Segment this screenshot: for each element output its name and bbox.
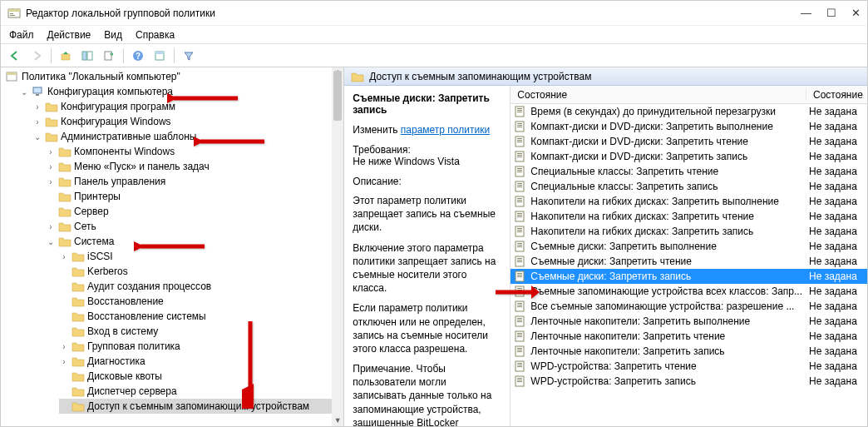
policy-row[interactable]: Накопители на гибких дисках: Запретить ч… — [510, 209, 867, 224]
expand-icon[interactable]: › — [59, 252, 69, 261]
policy-row[interactable]: Компакт-диски и DVD-диски: Запретить зап… — [510, 149, 867, 164]
policy-setting-icon — [514, 151, 527, 162]
policy-row[interactable]: Накопители на гибких дисках: Запретить з… — [510, 224, 867, 239]
edit-policy-link[interactable]: параметр политики — [401, 124, 490, 136]
svg-rect-18 — [517, 110, 522, 111]
policy-name: Накопители на гибких дисках: Запретить в… — [530, 196, 802, 207]
collapse-icon[interactable]: ⌄ — [46, 237, 56, 246]
policy-row[interactable]: WPD-устройства: Запретить чтениеНе задан… — [510, 359, 867, 374]
policy-name: Съемные диски: Запретить запись — [530, 271, 802, 282]
tree-removable-access[interactable]: Доступ к съемным запоминающим устройства… — [59, 399, 343, 414]
policy-row[interactable]: Специальные классы: Запретить чтениеНе з… — [510, 164, 867, 179]
scrollbar-thumb[interactable] — [333, 71, 342, 121]
export-button[interactable] — [100, 47, 118, 65]
menubar: Файл Действие Вид Справка — [1, 26, 867, 44]
tree-group-policy[interactable]: ›Групповая политика — [59, 339, 343, 354]
collapse-icon[interactable]: ⌄ — [19, 87, 29, 97]
policy-row[interactable]: Все съемные запоминающие устройства: раз… — [510, 299, 867, 314]
svg-rect-2 — [10, 13, 13, 14]
tree-sys-restore[interactable]: Восстановление системы — [59, 309, 343, 324]
folder-icon — [58, 176, 72, 187]
menu-file[interactable]: Файл — [9, 29, 34, 41]
policy-row[interactable]: Компакт-диски и DVD-диски: Запретить чте… — [510, 134, 867, 149]
policy-name: Съемные запоминающие устройства всех кла… — [530, 285, 802, 297]
filter-button[interactable] — [180, 47, 198, 65]
svg-rect-31 — [517, 156, 522, 157]
expand-icon[interactable]: › — [46, 162, 56, 171]
expand-icon[interactable]: › — [32, 102, 42, 112]
tree-iscsi[interactable]: ›iSCSI — [59, 249, 343, 264]
policy-state: Не задана — [806, 106, 867, 117]
policy-row[interactable]: Съемные запоминающие устройства всех кла… — [510, 284, 867, 299]
tree-logon[interactable]: Вход в систему — [59, 324, 343, 339]
menu-action[interactable]: Действие — [47, 29, 91, 41]
policy-state: Не задана — [806, 241, 867, 252]
tree-control-panel[interactable]: ›Панель управления — [46, 174, 343, 189]
expand-icon[interactable]: › — [59, 357, 69, 366]
tree-server-manager[interactable]: Диспетчер сервера — [59, 384, 343, 399]
properties-button[interactable] — [150, 47, 169, 65]
expand-icon[interactable]: › — [46, 147, 56, 156]
policy-row[interactable]: Съемные диски: Запретить записьНе задана — [510, 269, 867, 284]
back-button[interactable] — [6, 47, 24, 65]
expand-icon[interactable]: › — [46, 177, 56, 186]
policy-row[interactable]: Накопители на гибких дисках: Запретить в… — [510, 194, 867, 209]
tree-root[interactable]: Политика "Локальный компьютер" — [6, 69, 343, 84]
tree-windows-components[interactable]: ›Компоненты Windows — [46, 144, 343, 159]
tree-software-settings[interactable]: ›Конфигурация программ — [32, 99, 343, 114]
col-state-left[interactable]: Состояние — [510, 89, 806, 101]
expand-icon[interactable]: › — [32, 117, 42, 127]
policy-row[interactable]: Съемные диски: Запретить чтениеНе задана — [510, 254, 867, 269]
tree-admin-templates[interactable]: ⌄Административные шаблоны — [32, 129, 343, 144]
tree-computer-config[interactable]: ⌄ Конфигурация компьютера — [19, 84, 343, 99]
settings-list: Состояние Состояние Время (в секундах) д… — [510, 86, 867, 427]
folder-icon — [58, 221, 72, 232]
tree-recovery[interactable]: Восстановление — [59, 294, 343, 309]
col-state-right[interactable]: Состояние — [806, 89, 867, 101]
policy-row[interactable]: Компакт-диски и DVD-диски: Запретить вып… — [510, 119, 867, 134]
policy-setting-icon — [514, 241, 527, 252]
show-hide-tree-button[interactable] — [78, 47, 96, 65]
app-icon — [7, 7, 21, 20]
svg-rect-90 — [517, 380, 522, 380]
expand-icon[interactable]: › — [46, 222, 56, 231]
policy-row[interactable]: Ленточные накопители: Запретить чтениеНе… — [510, 329, 867, 344]
folder-icon — [72, 340, 85, 352]
tree-system[interactable]: ⌄Система — [46, 234, 343, 249]
tree-audit[interactable]: Аудит создания процессов — [59, 279, 343, 294]
policy-row[interactable]: Ленточные накопители: Запретить выполнен… — [510, 314, 867, 329]
up-button[interactable] — [57, 47, 75, 65]
tree-kerberos[interactable]: Kerberos — [59, 264, 343, 279]
details-header: Доступ к съемным запоминающим устройства… — [344, 67, 867, 86]
menu-view[interactable]: Вид — [104, 29, 122, 41]
tree-scrollbar[interactable]: ▲ ▼ — [332, 67, 343, 427]
maximize-button[interactable]: ☐ — [826, 7, 836, 19]
policy-row[interactable]: WPD-устройства: Запретить записьНе задан… — [510, 374, 867, 389]
svg-rect-57 — [517, 258, 522, 259]
help-button[interactable]: ? — [129, 47, 147, 65]
tree-printers[interactable]: Принтеры — [46, 189, 343, 204]
setting-name: Съемные диски: Запретить запись — [353, 92, 501, 116]
tree-windows-settings[interactable]: ›Конфигурация Windows — [32, 114, 343, 129]
tree-disk-quotas[interactable]: Дисковые квоты — [59, 369, 343, 384]
policy-row[interactable]: Время (в секундах) до принудительной пер… — [510, 104, 867, 119]
minimize-button[interactable]: — — [801, 7, 811, 19]
policy-setting-icon — [514, 360, 527, 372]
policy-row[interactable]: Ленточные накопители: Запретить записьНе… — [510, 344, 867, 359]
menu-help[interactable]: Справка — [136, 29, 175, 41]
forward-button[interactable] — [27, 47, 46, 65]
policy-row[interactable]: Специальные классы: Запретить записьНе з… — [510, 179, 867, 194]
policy-row[interactable]: Съемные диски: Запретить выполнениеНе за… — [510, 239, 867, 254]
svg-rect-29 — [517, 153, 522, 154]
tree-label: Панель управления — [74, 176, 165, 187]
expand-icon[interactable]: › — [59, 342, 69, 351]
svg-rect-91 — [517, 381, 522, 382]
tree-network[interactable]: ›Сеть — [46, 219, 343, 234]
tree-diagnostics[interactable]: ›Диагностика — [59, 354, 343, 369]
close-button[interactable]: ✕ — [851, 7, 861, 19]
collapse-icon[interactable]: ⌄ — [32, 132, 42, 142]
policy-name: Компакт-диски и DVD-диски: Запретить зап… — [530, 151, 802, 162]
tree-start-taskbar[interactable]: ›Меню «Пуск» и панель задач — [46, 159, 343, 174]
description-label: Описание: — [353, 176, 501, 187]
tree-server[interactable]: Сервер — [46, 204, 343, 219]
